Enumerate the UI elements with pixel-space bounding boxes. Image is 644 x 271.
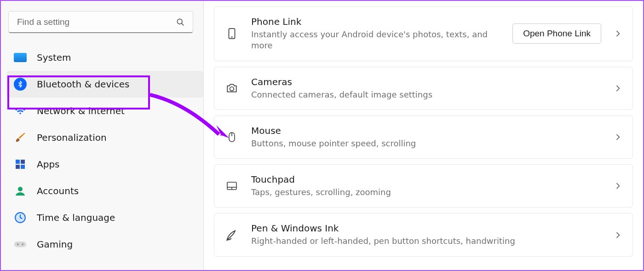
search-wrap [8, 11, 193, 33]
sidebar-item-bluetooth-devices[interactable]: Bluetooth & devices [6, 71, 203, 98]
sidebar-item-label: Personalization [37, 132, 107, 143]
chevron-right-icon [613, 133, 622, 142]
monitor-icon [14, 51, 27, 64]
sidebar-item-personalization[interactable]: Personalization [6, 124, 203, 151]
sidebar-nav: System Bluetooth & devices Network & int… [6, 44, 203, 258]
phone-icon [224, 26, 239, 41]
apps-icon [14, 158, 27, 171]
mouse-icon [224, 130, 239, 144]
wifi-icon [14, 104, 27, 117]
card-touchpad[interactable]: Touchpad Taps, gestures, scrolling, zoom… [214, 164, 633, 208]
camera-icon [224, 81, 239, 96]
chevron-right-icon [613, 84, 622, 93]
svg-line-1 [182, 23, 184, 26]
sidebar-item-label: Accounts [37, 185, 79, 196]
gamepad-icon [14, 238, 27, 251]
sidebar-item-label: Gaming [37, 239, 73, 250]
svg-rect-8 [14, 242, 26, 247]
touchpad-icon [224, 179, 239, 193]
sidebar-item-accounts[interactable]: Accounts [6, 178, 203, 204]
sidebar-item-apps[interactable]: Apps [6, 151, 203, 178]
svg-rect-5 [21, 165, 25, 169]
card-title: Pen & Windows Ink [251, 223, 601, 234]
card-actions: Open Phone Link [512, 23, 622, 44]
svg-point-14 [230, 86, 234, 91]
open-phone-link-button[interactable]: Open Phone Link [512, 23, 601, 44]
paintbrush-icon [14, 131, 27, 144]
card-title: Touchpad [251, 174, 601, 185]
card-mouse[interactable]: Mouse Buttons, mouse pointer speed, scro… [214, 115, 633, 159]
sidebar-item-label: System [37, 52, 71, 63]
card-body: Cameras Connected cameras, default image… [251, 76, 601, 100]
card-body: Pen & Windows Ink Right-handed or left-h… [251, 223, 601, 247]
card-body: Mouse Buttons, mouse pointer speed, scro… [251, 125, 601, 149]
card-cameras[interactable]: Cameras Connected cameras, default image… [214, 67, 633, 110]
svg-point-0 [177, 19, 182, 24]
card-subtitle: Instantly access your Android device's p… [251, 29, 500, 52]
chevron-right-icon [613, 29, 622, 38]
card-title: Cameras [251, 76, 601, 87]
settings-window: System Bluetooth & devices Network & int… [0, 0, 644, 271]
card-title: Phone Link [251, 16, 500, 27]
card-subtitle: Buttons, mouse pointer speed, scrolling [251, 138, 546, 149]
card-body: Phone Link Instantly access your Android… [251, 16, 500, 52]
svg-point-9 [17, 243, 19, 245]
globe-clock-icon [14, 211, 27, 224]
pen-ink-icon [224, 228, 239, 242]
sidebar-item-label: Apps [37, 159, 60, 170]
sidebar: System Bluetooth & devices Network & int… [1, 1, 203, 270]
card-subtitle: Taps, gestures, scrolling, zooming [251, 187, 546, 198]
main-panel: Phone Link Instantly access your Android… [203, 1, 643, 270]
sidebar-item-label: Bluetooth & devices [37, 79, 130, 90]
account-icon [14, 185, 27, 197]
card-subtitle: Connected cameras, default image setting… [251, 89, 546, 100]
svg-point-6 [18, 187, 23, 191]
svg-point-10 [22, 243, 24, 245]
search-icon [176, 17, 185, 27]
card-phone-link[interactable]: Phone Link Instantly access your Android… [214, 6, 633, 61]
card-body: Touchpad Taps, gestures, scrolling, zoom… [251, 174, 601, 198]
svg-rect-4 [16, 165, 20, 169]
chevron-right-icon [613, 231, 622, 240]
card-title: Mouse [251, 125, 601, 136]
svg-rect-3 [21, 160, 25, 164]
card-pen-ink[interactable]: Pen & Windows Ink Right-handed or left-h… [214, 213, 633, 256]
sidebar-item-network[interactable]: Network & internet [6, 98, 203, 124]
chevron-right-icon [613, 181, 622, 190]
sidebar-item-gaming[interactable]: Gaming [6, 231, 203, 258]
search-input[interactable] [8, 11, 193, 33]
bluetooth-icon [14, 78, 27, 91]
card-subtitle: Right-handed or left-handed, pen button … [251, 236, 546, 247]
sidebar-item-system[interactable]: System [6, 44, 203, 71]
sidebar-item-label: Time & language [37, 212, 115, 223]
sidebar-item-label: Network & internet [37, 105, 125, 116]
svg-rect-2 [16, 160, 20, 164]
sidebar-item-time-language[interactable]: Time & language [6, 204, 203, 231]
